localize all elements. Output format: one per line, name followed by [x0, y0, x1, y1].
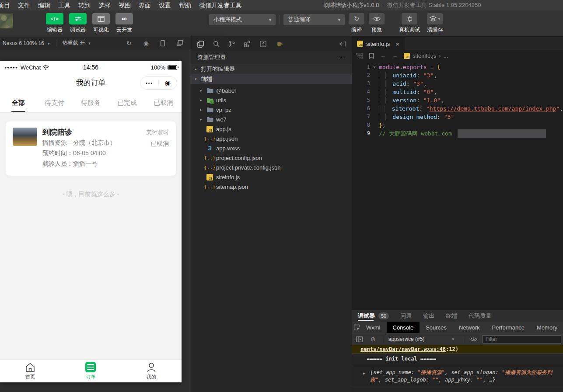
inspect-element-icon[interactable]	[353, 324, 360, 331]
more-actions-icon[interactable]: ···	[338, 54, 345, 61]
rotate-icon[interactable]: ↻	[126, 40, 132, 46]
devtools-tab[interactable]: Wxml	[360, 322, 387, 333]
file-tree-item[interactable]: ▸ + JS {..} Ɛ we7	[190, 114, 352, 124]
hot-reload-toggle[interactable]: 热重载 开 ▾	[58, 39, 95, 47]
code-line[interactable]: 1∨module.exports = {	[352, 63, 563, 71]
devtools-tab[interactable]: Sources	[420, 322, 453, 333]
tabbar-item[interactable]: 订单	[60, 360, 121, 382]
file-tree-item[interactable]: ▸ + JS {..} Ɛ app.wxss	[190, 143, 352, 153]
file-tree-item[interactable]: ▸ + JS {..} Ɛ siteinfo.js	[190, 172, 352, 182]
device-selector[interactable]: Nexus 6 100% 16 ▾	[0, 40, 54, 46]
menu-item[interactable]: 工具	[54, 0, 74, 10]
filter-input[interactable]	[483, 335, 561, 343]
expander-icon[interactable]: ▶	[363, 370, 365, 377]
breadcrumb[interactable]: JS siteinfo.js › ...	[404, 52, 448, 59]
code-line[interactable]: 9// 大鹏源码网 wobbt.com	[352, 129, 563, 138]
capsule-menu[interactable]: ••• ◉	[140, 76, 177, 90]
menu-item[interactable]: 界面	[135, 0, 155, 10]
console-log-row[interactable]: ▶{id: "277", uid: "3", uniacid: "3", nic…	[352, 388, 563, 392]
context-dropdown[interactable]: appservice (#5) ▼	[388, 336, 458, 342]
tabbar-item[interactable]: 我的	[121, 360, 182, 382]
menu-item[interactable]: 视图	[115, 0, 135, 10]
outline-icon[interactable]	[356, 53, 363, 59]
order-card[interactable]: 到院陪诊 支付超时 已取消 播播资源—分院（北京市） 预约时间：06-05 04…	[6, 121, 176, 176]
toolbar-tool[interactable]: </> ∞ 可视化	[91, 13, 111, 34]
forward-icon[interactable]: →	[392, 52, 398, 59]
file-tree-item[interactable]: ▸ + JS {..} Ɛ project.config.json	[190, 153, 352, 163]
menu-item[interactable]: 选择	[94, 0, 115, 10]
order-tab[interactable]: 全部	[0, 94, 36, 112]
snippets-icon[interactable]	[260, 41, 266, 47]
code-line[interactable]: 8};	[352, 121, 563, 129]
eye-icon[interactable]	[470, 337, 477, 342]
toolbar-tool[interactable]: </> ∞ 调试器	[68, 13, 87, 34]
file-tree-item[interactable]: ▸ + JS {..} Ɛ project.private.config.jso…	[190, 163, 352, 172]
mode-dropdown[interactable]: 小程序模式 ▾	[209, 14, 276, 25]
fold-icon[interactable]: ∨	[370, 63, 379, 71]
clear-console-icon[interactable]: ⊘	[371, 336, 376, 343]
console-log-row[interactable]: ===== init local =====	[352, 354, 563, 365]
debugger-tab[interactable]: 问题	[400, 310, 412, 322]
minimize-target-icon[interactable]: ◉	[159, 79, 177, 87]
record-icon[interactable]: ◉	[143, 40, 149, 46]
compile-mode-dropdown[interactable]: 普通编译 ▾	[283, 14, 345, 25]
code-area[interactable]: 1∨module.exports = {2 uniacid: "3",3 aci…	[352, 61, 563, 138]
menu-item[interactable]: 设置	[155, 0, 175, 10]
float-window-icon[interactable]	[177, 40, 183, 46]
device-frame-icon[interactable]	[161, 40, 165, 46]
code-line[interactable]: 6 siteroot: "https://demo.ttbobo.com/app…	[352, 104, 563, 113]
menu-item[interactable]: 微信开发者工具	[195, 0, 246, 10]
console-log-row[interactable]: ▶{set_app_name: "播播资源", set_app_slogan: …	[352, 365, 563, 388]
menu-item[interactable]: 帮助	[175, 0, 195, 10]
search-icon[interactable]	[213, 41, 220, 47]
code-line[interactable]: 3 acid: "3",	[352, 80, 563, 88]
file-tree-item[interactable]: ▸ + JS {..} Ɛ app.js	[190, 124, 352, 134]
extensions-icon[interactable]	[244, 41, 251, 47]
order-tab[interactable]: 已取消	[145, 94, 182, 112]
files-icon[interactable]	[197, 41, 204, 48]
code-line[interactable]: 4 multiid: "0",	[352, 88, 563, 96]
close-icon[interactable]: ×	[395, 40, 399, 48]
menu-item[interactable]: 项目	[0, 0, 14, 10]
toolbar-tool[interactable]: </> ∞ 编辑器	[45, 13, 64, 34]
more-icon[interactable]: •••	[140, 81, 158, 86]
menu-item[interactable]: 编辑	[34, 0, 54, 10]
file-tree-item[interactable]: ▸ + JS {..} Ɛ sitemap.json	[190, 182, 352, 191]
toolbar-tool[interactable]: </> ∞ 云开发	[115, 13, 134, 34]
collapse-sidebar-icon[interactable]	[340, 41, 346, 47]
devtools-tab[interactable]: Memory	[531, 322, 563, 333]
editor-tab[interactable]: JS siteinfo.js ×	[352, 37, 405, 50]
devtools-tab[interactable]: Performance	[486, 322, 531, 333]
back-icon[interactable]: ←	[380, 52, 386, 59]
file-tree-item[interactable]: ▸ + JS {..} Ɛ @babel	[190, 86, 352, 95]
code-line[interactable]: 5 version: "1.0",	[352, 96, 563, 104]
git-branch-icon[interactable]	[229, 41, 235, 48]
devtools-tab[interactable]: Console	[387, 322, 420, 333]
debugger-tab[interactable]: 终端	[446, 310, 457, 322]
explorer-section[interactable]: ▸ 打开的编辑器	[190, 64, 352, 74]
order-tab[interactable]: 已完成	[109, 94, 145, 112]
explorer-section[interactable]: ▾ 前端	[190, 74, 352, 84]
debugger-tab[interactable]: 调试器 50	[358, 310, 389, 322]
source-link[interactable]: nents/navBar/navBar.wxss:48	[360, 346, 446, 352]
file-tree-item[interactable]: ▸ + JS {..} Ɛ app.json	[190, 134, 352, 143]
avatar[interactable]	[0, 14, 13, 28]
menu-item[interactable]: 文件	[14, 0, 34, 10]
order-tab[interactable]: 待服务	[73, 94, 109, 112]
toolbar-action[interactable]: ↻ ▾ 预览	[367, 13, 386, 34]
teapot-icon[interactable]	[276, 41, 283, 47]
order-tab[interactable]: 待支付	[36, 94, 73, 112]
sidebar-toggle-icon[interactable]	[356, 336, 363, 342]
file-tree-item[interactable]: ▸ + JS {..} Ɛ utils	[190, 95, 352, 105]
console-warning-row[interactable]: nents/navBar/navBar.wxss:48 :12)	[352, 345, 563, 354]
menu-item[interactable]: 转到	[74, 0, 94, 10]
devtools-tab[interactable]: Network	[453, 322, 486, 333]
toolbar-action[interactable]: ↻ ▾ 清缓存	[424, 13, 446, 34]
debugger-tab[interactable]: 代码质量	[469, 310, 491, 322]
debugger-tab[interactable]: 输出	[423, 310, 434, 322]
toolbar-action[interactable]: ↻ ▾ 真机调试	[397, 13, 422, 34]
toolbar-action[interactable]: ↻ ▾ 编译	[347, 13, 366, 34]
bookmark-icon[interactable]	[369, 53, 374, 59]
code-line[interactable]: 2 uniacid: "3",	[352, 71, 563, 80]
code-line[interactable]: 7 design_method: "3"	[352, 113, 563, 121]
